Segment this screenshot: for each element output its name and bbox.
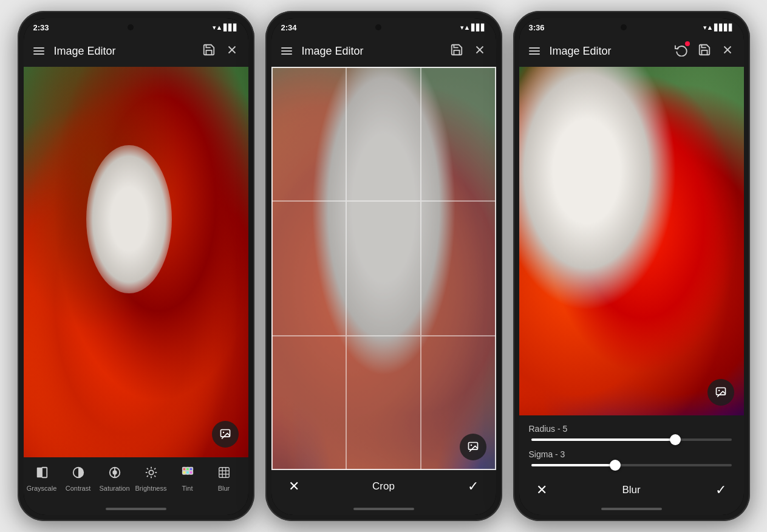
menu-icon-2[interactable] — [281, 47, 292, 55]
svg-point-10 — [149, 470, 153, 474]
time-1: 2:33 — [33, 23, 49, 32]
phone-3: 3:36 ▾▲ ▋▋▋▋ Image Editor — [513, 11, 750, 521]
parrot-image-1 — [24, 67, 248, 457]
image-area-3 — [519, 67, 744, 415]
image-area-1 — [24, 67, 248, 457]
crop-cell-2 — [346, 67, 421, 201]
camera-dot-3 — [621, 24, 627, 30]
blur-label: Blur — [218, 485, 230, 492]
home-indicator-3 — [519, 505, 744, 515]
app-bar-1: Image Editor — [24, 35, 248, 67]
signal-icon-2: ▋▋▋ — [471, 24, 486, 32]
grayscale-label: Grayscale — [27, 485, 57, 492]
tool-crop[interactable]: Cr… — [242, 463, 248, 494]
wifi-icon-3: ▾▲ — [703, 24, 714, 32]
signal-icons-3: ▾▲ ▋▋▋▋ — [703, 24, 734, 32]
close-icon-2[interactable] — [473, 43, 486, 60]
blur-icon — [217, 466, 231, 482]
menu-icon-1[interactable] — [33, 47, 44, 55]
home-bar-1 — [106, 508, 166, 510]
home-indicator-1 — [24, 505, 248, 515]
blur-cancel-button[interactable]: ✕ — [536, 482, 547, 498]
wifi-icon: ▾▲ — [213, 24, 223, 32]
crop-cell-4 — [271, 201, 346, 335]
menu-icon-3[interactable] — [529, 47, 540, 55]
tool-saturation[interactable]: Saturation — [97, 463, 133, 494]
contrast-icon — [72, 466, 85, 482]
svg-rect-4 — [36, 468, 41, 478]
crop-label: Crop — [372, 480, 395, 493]
crop-grid — [271, 67, 496, 470]
tool-blur[interactable]: Blur — [206, 463, 242, 494]
crop-cell-1 — [271, 67, 346, 201]
brightness-icon — [145, 466, 158, 482]
app-title-2: Image Editor — [302, 45, 440, 58]
blur-label: Blur — [622, 484, 640, 496]
close-icon-3[interactable] — [721, 43, 734, 60]
svg-rect-5 — [42, 468, 47, 478]
tool-contrast[interactable]: Contrast — [60, 463, 97, 494]
signal-icon: ▋▋▋ — [223, 24, 238, 32]
grayscale-icon — [35, 466, 49, 482]
app-bar-2: Image Editor — [271, 35, 496, 67]
tint-icon — [181, 466, 194, 482]
close-icon-1[interactable] — [225, 43, 239, 60]
tool-brightness[interactable]: Brightness — [133, 463, 169, 494]
camera-dot-2 — [375, 24, 381, 30]
tint-label: Tint — [182, 485, 193, 492]
status-bar-1: 2:33 ▾▲ ▋▋▋ — [24, 18, 248, 35]
sigma-track[interactable] — [531, 464, 732, 466]
svg-point-3 — [222, 432, 224, 434]
radius-fill — [531, 438, 676, 441]
parrot-image-3 — [519, 67, 744, 415]
home-bar-3 — [601, 508, 662, 510]
crop-cell-3 — [421, 67, 496, 201]
sigma-fill — [531, 464, 616, 466]
phone-2: 2:34 ▾▲ ▋▋▋ Image Editor — [265, 11, 502, 521]
signal-icon-3: ▋▋▋▋ — [714, 24, 734, 32]
crop-cell-6 — [421, 201, 496, 335]
phones-container: 2:33 ▾▲ ▋▋▋ Image Editor — [18, 11, 750, 521]
svg-point-33 — [470, 445, 472, 446]
blur-controls: Radius - 5 Sigma - 3 — [519, 415, 744, 475]
sigma-thumb[interactable] — [610, 460, 621, 471]
svg-line-16 — [154, 476, 155, 477]
camera-dot-1 — [128, 24, 134, 30]
gallery-fab-1[interactable] — [212, 421, 239, 448]
svg-line-17 — [154, 468, 155, 469]
bottom-toolbar-1: Grayscale Contrast Saturation — [24, 457, 248, 505]
saturation-label: Saturation — [99, 485, 129, 492]
phone-1-screen: 2:33 ▾▲ ▋▋▋ Image Editor — [24, 18, 248, 515]
radius-track[interactable] — [531, 438, 732, 441]
sigma-slider-section: Sigma - 3 — [529, 449, 734, 466]
radius-thumb[interactable] — [670, 434, 681, 445]
gallery-fab-2[interactable] — [460, 434, 486, 460]
signal-icons-2: ▾▲ ▋▋▋ — [460, 24, 486, 32]
app-title-1: Image Editor — [54, 45, 193, 58]
save-icon-3[interactable] — [698, 43, 711, 60]
crop-cell-8 — [346, 336, 421, 470]
saturation-icon — [108, 466, 121, 482]
tool-tint[interactable]: Tint — [169, 463, 206, 494]
crop-cancel-button[interactable]: ✕ — [288, 479, 299, 494]
wifi-icon-2: ▾▲ — [460, 24, 471, 32]
blur-bottom-bar: ✕ Blur ✓ — [519, 475, 744, 505]
crop-cell-7 — [271, 336, 346, 470]
phone-2-screen: 2:34 ▾▲ ▋▋▋ Image Editor — [271, 18, 496, 515]
time-2: 2:34 — [281, 23, 297, 32]
save-icon-1[interactable] — [202, 43, 216, 60]
gallery-fab-3[interactable] — [707, 379, 734, 406]
undo-icon-3[interactable] — [675, 43, 688, 60]
crop-bottom-bar: ✕ Crop ✓ — [271, 470, 496, 505]
tool-grayscale[interactable]: Grayscale — [24, 463, 60, 494]
crop-confirm-button[interactable]: ✓ — [468, 479, 479, 494]
radius-slider-section: Radius - 5 — [529, 424, 734, 441]
svg-rect-25 — [219, 468, 229, 478]
svg-rect-24 — [189, 471, 193, 474]
brightness-label: Brightness — [135, 485, 167, 492]
phone-3-screen: 3:36 ▾▲ ▋▋▋▋ Image Editor — [519, 18, 744, 515]
radius-label: Radius - 5 — [529, 424, 734, 434]
save-icon-2[interactable] — [450, 43, 463, 60]
blur-confirm-button[interactable]: ✓ — [715, 482, 726, 498]
contrast-label: Contrast — [66, 485, 91, 492]
